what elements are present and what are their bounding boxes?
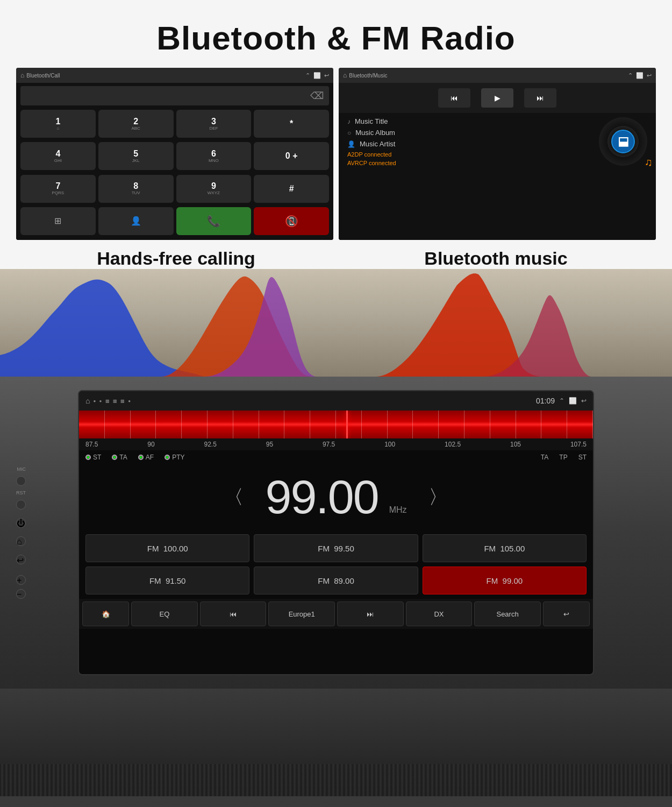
left-screen-title: Bluetooth/Call <box>26 73 60 79</box>
mode-pty-label: PTY <box>172 454 184 461</box>
freq-925: 92.5 <box>204 441 216 448</box>
back-icon-fm: ↩ <box>581 397 587 405</box>
vol-down-btn[interactable]: − <box>16 589 26 599</box>
end-call-btn[interactable]: 📵 <box>254 207 329 235</box>
backspace-icon[interactable]: ⌫ <box>310 90 324 102</box>
station-name-btn[interactable]: Europe1 <box>268 601 335 626</box>
key-5[interactable]: 5 JKL <box>98 142 174 170</box>
fm-cursor <box>346 410 348 438</box>
key-0-plus[interactable]: 0 + <box>254 142 329 170</box>
key-6[interactable]: 6 MNO <box>176 142 252 170</box>
bt-music-label: Bluetooth music <box>336 245 656 269</box>
back-side-btn[interactable]: ↩ <box>16 555 26 564</box>
mode-tp: TP <box>559 454 567 461</box>
music-album: Music Album <box>355 129 395 137</box>
fm-header-right: 01:09 ⌃ ⬜ ↩ <box>536 397 587 405</box>
next-btn[interactable]: ⏭ <box>524 88 556 108</box>
music-artist: Music Artist <box>360 140 395 148</box>
home-side-btn[interactable]: ⌂ <box>16 536 26 546</box>
mic-btn[interactable] <box>16 476 26 486</box>
mode-st-right-label: ST <box>578 454 587 461</box>
mode-ta-label: TA <box>119 454 127 461</box>
window-icon-fm: ⬜ <box>569 397 577 405</box>
mode-st[interactable]: ST <box>85 454 101 461</box>
power-btn[interactable]: ⏻ <box>16 518 26 528</box>
key-star[interactable]: * <box>254 110 329 138</box>
preset-3[interactable]: FM 105.00 <box>423 534 587 562</box>
media-controls: ⏮ ▶ ⏭ <box>339 83 656 113</box>
freq-1075: 107.5 <box>570 441 587 448</box>
music-album-row: ○ Music Album <box>347 129 594 137</box>
key-4[interactable]: 4 GHI <box>20 142 96 170</box>
freq-975: 97.5 <box>323 441 335 448</box>
search-btn[interactable]: Search <box>474 601 541 626</box>
preset-6[interactable]: FM 99.00 <box>423 567 587 594</box>
key-1[interactable]: 1 ⌂ <box>20 110 96 138</box>
key-2[interactable]: 2 ABC <box>98 110 174 138</box>
right-screen-header-icons: ⌃ ⬜ ↩ <box>628 72 652 79</box>
eq-btn[interactable]: EQ <box>131 601 198 626</box>
fm-header-left: ⌂ ● ● ▩ ▩ ▩ ● <box>85 397 132 405</box>
freq-100: 100 <box>384 441 395 448</box>
keypad-icon-btn[interactable]: ⊞ <box>20 207 96 235</box>
call-btn[interactable]: 📞 <box>176 207 252 235</box>
key-8[interactable]: 8 TUV <box>98 175 174 203</box>
freq-90: 90 <box>147 441 154 448</box>
rst-btn[interactable] <box>16 500 26 509</box>
mode-st-label: ST <box>93 454 101 461</box>
music-info: ♪ Music Title ○ Music Album 👤 Music Arti… <box>339 113 656 240</box>
mode-pty[interactable]: PTY <box>165 454 184 461</box>
chevron-up-icon-r: ⌃ <box>628 72 633 79</box>
preset-1[interactable]: FM 100.00 <box>85 534 249 562</box>
car-bottom <box>0 689 672 796</box>
stereo-screen: ⌂ ● ● ▩ ▩ ▩ ● 01:09 ⌃ ⬜ ↩ <box>78 390 594 675</box>
freq-up-btn[interactable]: 〉 <box>418 484 459 511</box>
back-icon: ↩ <box>324 72 329 79</box>
end-call-icon: 📵 <box>285 215 298 228</box>
right-screen-header: ⌂ Bluetooth/Music ⌃ ⬜ ↩ <box>339 68 656 83</box>
vol-up-btn[interactable]: + <box>16 575 26 585</box>
freq-1025: 102.5 <box>445 441 461 448</box>
home-bottom-btn[interactable]: 🏠 <box>82 601 129 626</box>
car-unit-area: MIC RST ⏻ ⌂ ↩ + − ⌂ ● ● ▩ ▩ ▩ ● 01:09 ⌃ <box>0 377 672 689</box>
fm-presets: FM 100.00 FM 99.50 FM 105.00 FM 91.50 FM… <box>79 530 593 599</box>
home-icon-small: ⌂ <box>20 72 24 79</box>
freq-105: 105 <box>510 441 521 448</box>
avrcp-status: AVRCP connected <box>347 160 594 166</box>
next-track-btn[interactable]: ⏭ <box>337 601 404 626</box>
mode-ta[interactable]: TA <box>112 454 127 461</box>
time-display: 01:09 <box>536 397 555 405</box>
back-icon-r: ↩ <box>647 72 652 79</box>
preset-5[interactable]: FM 89.00 <box>254 567 418 594</box>
screen-labels: Hands-free calling Bluetooth music <box>16 240 656 269</box>
music-note-decoration: ♫ <box>645 156 653 168</box>
preset-4[interactable]: FM 91.50 <box>85 567 249 594</box>
prev-track-btn[interactable]: ⏮ <box>200 601 267 626</box>
key-7[interactable]: 7 PQRS <box>20 175 96 203</box>
freq-95: 95 <box>266 441 273 448</box>
freq-down-btn[interactable]: 〈 <box>213 484 254 511</box>
keypad-icon: ⊞ <box>54 216 61 226</box>
home-icon-small-r: ⌂ <box>343 72 347 79</box>
fm-freq-scale: 87.5 90 92.5 95 97.5 100 102.5 105 107.5 <box>79 438 593 450</box>
mode-af-label: AF <box>146 454 154 461</box>
mode-ta-r: TA <box>541 454 548 461</box>
dialer-input[interactable]: ⌫ <box>20 86 329 105</box>
page-title: Bluetooth & FM Radio <box>16 11 656 68</box>
mode-af[interactable]: AF <box>138 454 154 461</box>
music-title: Music Title <box>355 117 388 125</box>
back-bottom-btn[interactable]: ↩ <box>543 601 590 626</box>
key-hash[interactable]: # <box>254 175 329 203</box>
album-icon: ○ <box>347 129 351 137</box>
bluetooth-symbol: ⬓ <box>611 130 635 153</box>
key-9[interactable]: 9 WXYZ <box>176 175 252 203</box>
contact-btn[interactable]: 👤 <box>98 207 174 235</box>
dx-btn[interactable]: DX <box>406 601 473 626</box>
mode-st-r: ST <box>578 454 587 461</box>
fm-tuner-bar[interactable] <box>79 410 593 438</box>
preset-2[interactable]: FM 99.50 <box>254 534 418 562</box>
prev-btn[interactable]: ⏮ <box>438 88 470 108</box>
play-btn[interactable]: ▶ <box>481 88 513 108</box>
key-3[interactable]: 3 DEF <box>176 110 252 138</box>
screens-row: ⌂ Bluetooth/Call ⌃ ⬜ ↩ ⌫ 1 <box>16 68 656 240</box>
